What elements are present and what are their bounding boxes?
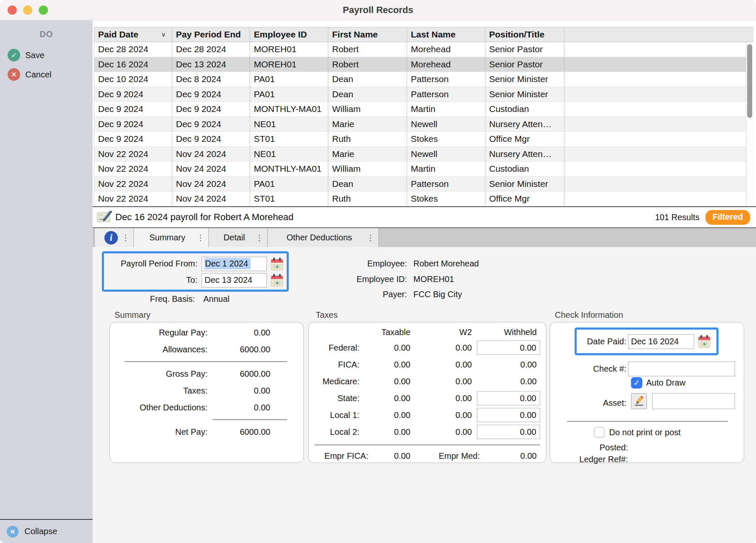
withheld-input[interactable]: 0.00	[477, 425, 540, 439]
period-to-input[interactable]: Dec 13 2024	[202, 273, 267, 287]
column-header-last-name[interactable]: Last Name	[407, 27, 485, 42]
w2-value: 0.00	[410, 394, 472, 403]
withheld-column-header: Withheld	[472, 327, 540, 339]
scrollbar-thumb[interactable]	[747, 44, 752, 118]
cancel-button[interactable]: ✕ Cancel	[0, 65, 93, 84]
table-cell: Marie	[328, 117, 407, 132]
tab-other-deductions[interactable]: Other Deductions ⋮	[268, 228, 379, 247]
table-cell: Dean	[328, 72, 407, 87]
withheld-input[interactable]: 0.00	[477, 341, 540, 355]
date-paid-input[interactable]: Dec 16 2024	[628, 334, 694, 349]
tax-row-federal: Federal:0.000.000.00	[309, 339, 546, 356]
pencil-icon	[634, 396, 644, 407]
period-from-input[interactable]: Dec 1 2024	[202, 257, 267, 271]
withheld-input[interactable]: 0.00	[477, 391, 540, 405]
table-cell: Robert	[328, 42, 407, 57]
check-writing-icon	[97, 211, 112, 224]
asset-input[interactable]	[652, 393, 735, 409]
employee-id-value: MOREH01	[413, 274, 454, 284]
asset-label: Asset:	[550, 398, 626, 408]
table-row[interactable]: Nov 22 2024Nov 24 2024PA01DeanPattersonS…	[94, 177, 753, 192]
table-cell: Custodian	[485, 102, 564, 117]
auto-draw-checkbox[interactable]: ✓	[631, 377, 642, 389]
withheld-input[interactable]: 0.00	[477, 408, 540, 422]
table-cell: Dean	[328, 87, 407, 102]
asset-picker-button[interactable]	[631, 393, 647, 409]
table-cell: Senior Pastor	[485, 42, 564, 57]
column-header-paid-date[interactable]: Paid Date∨	[94, 27, 172, 42]
freq-basis-label: Freq. Basis:	[93, 294, 195, 304]
tax-row-state: State:0.000.000.00	[309, 390, 546, 407]
table-row[interactable]: Nov 22 2024Nov 24 2024MONTHLY-MA01Willia…	[94, 162, 753, 177]
column-header-pay-period-end[interactable]: Pay Period End	[172, 27, 250, 42]
table-row[interactable]: Dec 9 2024Dec 9 2024ST01RuthStokesOffice…	[94, 132, 753, 147]
table-cell: Office Mgr	[485, 132, 564, 146]
check-information-panel: Date Paid: Dec 16 2024	[550, 322, 744, 463]
taxable-column-header: Taxable	[359, 327, 410, 339]
vertical-scrollbar[interactable]	[746, 42, 753, 206]
table-cell: Ruth	[328, 192, 407, 206]
date-paid-value: Dec 16 2024	[631, 337, 679, 346]
taxes-section-label: Taxes	[316, 310, 338, 320]
period-from-value: Dec 1 2024	[205, 258, 250, 269]
do-not-print-checkbox[interactable]	[594, 427, 605, 438]
table-row[interactable]: Dec 28 2024Dec 28 2024MOREH01RobertMoreh…	[94, 42, 753, 57]
table-row[interactable]: Nov 22 2024Nov 24 2024ST01RuthStokesOffi…	[94, 192, 753, 206]
calendar-icon[interactable]	[698, 335, 711, 348]
table-cell: Nov 24 2024	[172, 177, 250, 192]
table-row[interactable]: Dec 16 2024Dec 13 2024MOREH01RobertMoreh…	[94, 57, 753, 72]
tab-summary[interactable]: Summary ⋮	[134, 228, 209, 247]
withheld-cell: 0.00	[472, 341, 540, 355]
spacer	[309, 327, 359, 339]
period-to-row: To: Dec 13 2024	[104, 272, 287, 288]
table-row[interactable]: Dec 10 2024Dec 8 2024PA01DeanPattersonSe…	[94, 72, 753, 87]
tax-row-label: Local 1:	[309, 410, 359, 420]
tab-info[interactable]: i ⋮	[94, 228, 134, 247]
table-cell: William	[328, 102, 407, 117]
table-cell-filler	[564, 132, 753, 146]
w2-value: 0.00	[410, 360, 472, 370]
tab-menu-dots-icon[interactable]: ⋮	[197, 233, 205, 242]
tab-menu-dots-icon[interactable]: ⋮	[122, 233, 130, 242]
table-cell: Senior Minister	[485, 87, 564, 102]
table-cell: PA01	[250, 87, 328, 102]
tax-row-label: FICA:	[309, 360, 359, 370]
table-row[interactable]: Nov 22 2024Nov 24 2024NE01MarieNewellNur…	[94, 147, 753, 162]
filtered-badge[interactable]: Filtered	[705, 210, 750, 225]
tab-detail-label: Detail	[224, 233, 253, 242]
column-header-employee-id[interactable]: Employee ID	[250, 27, 328, 42]
table-cell: Stokes	[407, 132, 485, 146]
tax-row-medicare: Medicare:0.000.000.00	[309, 373, 546, 390]
table-row[interactable]: Dec 9 2024Dec 9 2024PA01DeanPattersonSen…	[94, 87, 753, 102]
summary-row-label: Regular Pay:	[110, 328, 208, 338]
table-cell: Nov 24 2024	[172, 162, 250, 176]
column-header-position-title[interactable]: Position/Title	[485, 27, 564, 42]
taxes-column-headers: Taxable W2 Withheld	[309, 322, 546, 339]
withheld-cell: 0.00	[472, 360, 540, 370]
collapse-button[interactable]: « Collapse	[0, 519, 93, 543]
table-cell: Dec 9 2024	[94, 102, 172, 117]
tax-row-fica: FICA:0.000.000.00	[309, 356, 546, 373]
w2-value: 0.00	[410, 410, 472, 420]
check-number-input[interactable]	[628, 362, 735, 376]
table-cell: Nov 22 2024	[94, 192, 172, 206]
table-row[interactable]: Dec 9 2024Dec 9 2024MONTHLY-MA01WilliamM…	[94, 102, 753, 117]
w2-column-header: W2	[410, 327, 472, 339]
table-cell-filler	[564, 177, 753, 192]
record-title: Dec 16 2024 payroll for Robert A Morehea…	[115, 212, 293, 223]
table-cell: Dean	[328, 177, 407, 192]
tab-detail[interactable]: Detail ⋮	[209, 228, 268, 247]
do-not-print-label: Do not print or post	[609, 428, 681, 437]
column-header-first-name[interactable]: First Name	[328, 27, 407, 42]
period-to-value: Dec 13 2024	[205, 275, 252, 285]
summary-row: Other Deductions:0.00	[110, 399, 303, 416]
calendar-icon[interactable]	[271, 257, 283, 271]
save-button[interactable]: ✓ Save	[0, 45, 93, 65]
tab-menu-dots-icon[interactable]: ⋮	[256, 233, 264, 242]
table-cell: Patterson	[407, 72, 485, 87]
calendar-icon[interactable]	[271, 274, 283, 287]
tab-menu-dots-icon[interactable]: ⋮	[367, 233, 375, 242]
check-number-label: Check #:	[550, 364, 626, 374]
table-cell: Dec 9 2024	[94, 87, 172, 102]
table-row[interactable]: Dec 9 2024Dec 9 2024NE01MarieNewellNurse…	[94, 117, 753, 132]
